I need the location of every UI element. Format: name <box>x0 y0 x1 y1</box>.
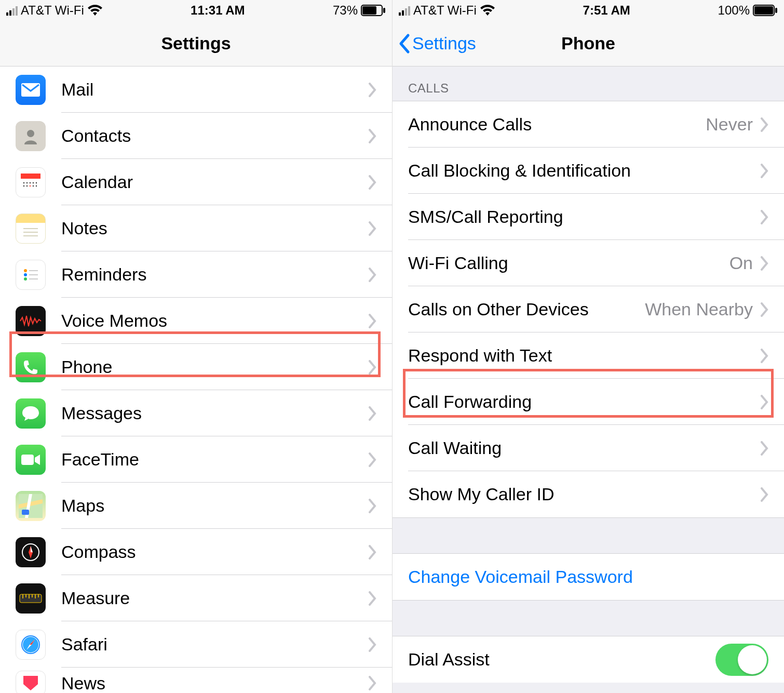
settings-row-mail[interactable]: Mail <box>0 66 392 113</box>
settings-row-calendar[interactable]: Calendar <box>0 159 392 205</box>
row-dial-assist[interactable]: Dial Assist <box>393 636 784 683</box>
phone-settings-list[interactable]: CALLS Announce Calls Never Call Blocking… <box>393 66 784 693</box>
nav-header: Settings <box>0 21 392 66</box>
chevron-right-icon <box>760 117 768 132</box>
row-value: Never <box>706 114 753 135</box>
svg-point-16 <box>36 185 37 186</box>
row-label: Call Forwarding <box>408 392 532 412</box>
messages-icon <box>16 398 46 429</box>
carrier-label: AT&T Wi-Fi <box>21 3 84 18</box>
compass-icon <box>16 537 46 567</box>
status-right: 100% <box>718 3 778 18</box>
row-label: News <box>61 673 105 694</box>
svg-rect-26 <box>21 455 34 465</box>
section-header-calls: CALLS <box>393 66 784 101</box>
settings-row-safari[interactable]: Safari <box>0 621 392 668</box>
dial-assist-switch[interactable] <box>715 644 768 676</box>
row-value: When Nearby <box>645 299 753 319</box>
row-wifi-calling[interactable]: Wi-Fi Calling On <box>393 240 784 286</box>
svg-point-11 <box>36 182 37 183</box>
mail-icon <box>16 75 46 105</box>
screen-settings: AT&T Wi-Fi 11:31 AM 73% Settings Mail <box>0 0 392 693</box>
svg-rect-28 <box>22 510 29 515</box>
row-show-my-caller-id[interactable]: Show My Caller ID <box>393 471 784 517</box>
settings-row-voice-memos[interactable]: Voice Memos <box>0 298 392 344</box>
measure-icon <box>16 583 46 614</box>
chevron-right-icon <box>368 545 376 559</box>
row-label: Messages <box>61 403 142 423</box>
page-title: Settings <box>161 33 231 54</box>
settings-row-notes[interactable]: Notes <box>0 205 392 251</box>
chevron-right-icon <box>368 83 376 97</box>
signal-icon <box>399 5 410 16</box>
chevron-right-icon <box>368 452 376 467</box>
chevron-left-icon <box>398 33 411 54</box>
row-calls-other-devices[interactable]: Calls on Other Devices When Nearby <box>393 286 784 332</box>
svg-point-10 <box>33 182 34 183</box>
chevron-right-icon <box>368 268 376 282</box>
svg-point-9 <box>30 182 31 183</box>
back-button[interactable]: Settings <box>398 21 476 66</box>
row-respond-with-text[interactable]: Respond with Text <box>393 332 784 379</box>
svg-point-15 <box>33 185 34 186</box>
row-label: Call Blocking & Identification <box>408 161 631 181</box>
row-label: Measure <box>61 588 130 608</box>
group-separator <box>393 600 784 636</box>
row-label: FaceTime <box>61 449 139 470</box>
row-label: Calls on Other Devices <box>408 299 589 319</box>
svg-rect-5 <box>21 174 40 179</box>
chevron-right-icon <box>368 591 376 606</box>
chevron-right-icon <box>368 360 376 375</box>
settings-row-facetime[interactable]: FaceTime <box>0 436 392 483</box>
settings-row-maps[interactable]: Maps <box>0 483 392 529</box>
row-announce-calls[interactable]: Announce Calls Never <box>393 101 784 148</box>
svg-point-22 <box>24 277 27 281</box>
settings-row-compass[interactable]: Compass <box>0 529 392 575</box>
reminders-icon <box>16 260 46 290</box>
contacts-icon <box>16 121 46 151</box>
svg-point-4 <box>27 130 34 137</box>
row-call-forwarding[interactable]: Call Forwarding <box>393 379 784 425</box>
chevron-right-icon <box>760 441 768 456</box>
phone-icon <box>16 352 46 382</box>
row-call-blocking[interactable]: Call Blocking & Identification <box>393 148 784 194</box>
status-left: AT&T Wi-Fi <box>399 3 495 18</box>
row-label: SMS/Call Reporting <box>408 207 563 227</box>
row-label: Show My Caller ID <box>408 484 555 504</box>
settings-row-phone[interactable]: Phone <box>0 344 392 390</box>
row-change-voicemail-password[interactable]: Change Voicemail Password <box>393 554 784 600</box>
status-left: AT&T Wi-Fi <box>6 3 103 18</box>
row-call-waiting[interactable]: Call Waiting <box>393 425 784 471</box>
row-label: Contacts <box>61 126 131 146</box>
svg-point-7 <box>23 182 24 183</box>
screen-phone-settings: AT&T Wi-Fi 7:51 AM 100% Settings Phone C… <box>392 0 784 693</box>
settings-row-news[interactable]: News <box>0 668 392 693</box>
status-bar: AT&T Wi-Fi 11:31 AM 73% <box>0 0 392 21</box>
chevron-right-icon <box>368 129 376 143</box>
settings-list[interactable]: Mail Contacts Calendar Not <box>0 66 392 693</box>
chevron-right-icon <box>760 256 768 271</box>
settings-row-contacts[interactable]: Contacts <box>0 113 392 159</box>
settings-row-messages[interactable]: Messages <box>0 390 392 436</box>
settings-row-reminders[interactable]: Reminders <box>0 251 392 298</box>
settings-row-measure[interactable]: Measure <box>0 575 392 621</box>
status-bar: AT&T Wi-Fi 7:51 AM 100% <box>393 0 784 21</box>
svg-point-20 <box>24 269 27 272</box>
svg-point-13 <box>26 185 28 186</box>
battery-icon <box>361 5 386 16</box>
chevron-right-icon <box>760 302 768 317</box>
row-label: Maps <box>61 496 104 516</box>
calendar-icon <box>16 167 46 197</box>
row-label: Calendar <box>61 172 133 192</box>
clock-label: 7:51 AM <box>583 3 630 18</box>
svg-point-8 <box>26 182 28 183</box>
row-label: Change Voicemail Password <box>408 567 633 587</box>
row-sms-call-reporting[interactable]: SMS/Call Reporting <box>393 194 784 240</box>
row-label: Compass <box>61 542 136 562</box>
chevron-right-icon <box>368 314 376 328</box>
chevron-right-icon <box>760 210 768 224</box>
row-label: Reminders <box>61 264 146 285</box>
wifi-icon <box>480 5 495 16</box>
notes-icon <box>16 214 46 244</box>
chevron-right-icon <box>368 676 376 690</box>
